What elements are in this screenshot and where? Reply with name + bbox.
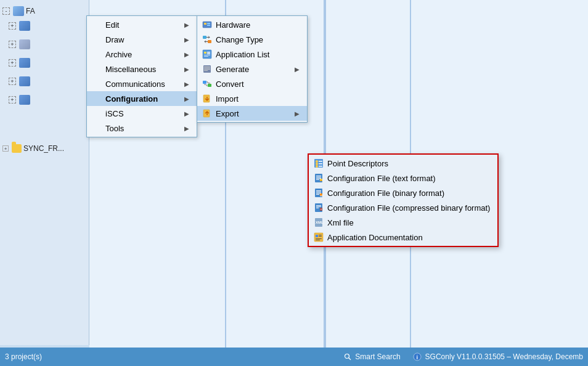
config-submenu-panel: Hardware Change Type: [197, 15, 308, 123]
tree-label-fa: FA: [26, 7, 35, 15]
export-item-config-text[interactable]: Configuration File (text format): [309, 171, 497, 185]
config-item-export-label: Export: [216, 109, 239, 118]
svg-text:XML: XML: [316, 221, 324, 224]
tree-icon-folder: [12, 144, 22, 153]
svg-point-24: [316, 163, 318, 165]
menu-item-draw-label: Draw: [105, 35, 124, 44]
export-item-config-cbf-label: Configuration File (compressed binary fo…: [327, 203, 490, 213]
svg-point-22: [316, 160, 318, 163]
version-text: SGConly V11.0.0.31505 – Wednesday, Decem…: [425, 352, 583, 361]
config-item-import-label: Import: [216, 94, 239, 104]
svg-rect-27: [319, 166, 322, 167]
export-arrow: ▶: [295, 110, 300, 117]
main-menu-panel: Edit ▶ Draw ▶ Archive ▶ Miscellaneous ▶ …: [86, 15, 197, 137]
status-bar: 3 project(s) Smart Search i SGConly V11.…: [0, 348, 588, 366]
tree-label-syncfr: SYNC_FR...: [23, 144, 64, 153]
config-item-hardware-label: Hardware: [216, 20, 250, 30]
config-item-hardware[interactable]: Hardware: [197, 17, 307, 32]
svg-rect-37: [316, 193, 321, 193]
svg-rect-17: [203, 81, 206, 84]
smart-search-status[interactable]: Smart Search: [344, 352, 400, 361]
tree-icon-fa: [13, 6, 24, 16]
search-status-icon: [344, 353, 351, 360]
svg-rect-30: [316, 177, 321, 177]
svg-point-54: [345, 354, 349, 359]
svg-rect-10: [204, 55, 210, 55]
export-item-config-text-label: Configuration File (text format): [327, 174, 436, 183]
svg-rect-43: [316, 206, 321, 207]
svg-rect-44: [316, 208, 319, 208]
tree-item-fa[interactable]: - FA: [0, 5, 89, 17]
changetype-icon: [202, 35, 212, 44]
export-item-config-cbf[interactable]: Configuration File (compressed binary fo…: [309, 200, 497, 215]
export-item-config-bin[interactable]: 10 Configuration File (binary format): [309, 185, 497, 200]
pointdesc-icon: [314, 158, 324, 168]
svg-text:i: i: [416, 354, 418, 360]
appdoc-icon: [314, 232, 324, 242]
tree-item-app4[interactable]: +: [6, 94, 89, 106]
import-icon: [202, 94, 212, 104]
svg-rect-8: [207, 52, 210, 53]
svg-rect-1: [204, 23, 206, 25]
config-item-applist[interactable]: Application List: [197, 47, 307, 62]
config-item-generate-label: Generate: [216, 65, 249, 74]
hardware-icon: [202, 20, 212, 30]
export-item-appdoc-label: Application Documentation: [327, 233, 423, 242]
iscs-arrow: ▶: [184, 110, 189, 117]
export-item-appdoc[interactable]: Application Documentation: [309, 230, 497, 245]
menu-item-iscs-label: iSCS: [105, 109, 124, 118]
tree-expander-app3[interactable]: +: [9, 78, 16, 85]
menu-item-edit[interactable]: Edit ▶: [87, 17, 197, 32]
menu-item-archive[interactable]: Archive ▶: [87, 47, 197, 62]
tree-item-app1[interactable]: +: [6, 20, 89, 32]
tree-expander-fa[interactable]: -: [2, 7, 10, 15]
svg-rect-31: [316, 178, 321, 179]
svg-rect-9: [207, 54, 210, 55]
tree-item-syncfr[interactable]: + SYNC_FR...: [0, 143, 89, 154]
menu-item-edit-label: Edit: [105, 20, 119, 30]
tree-item-app2[interactable]: +: [6, 57, 89, 69]
edit-arrow: ▶: [184, 22, 189, 28]
tree-children: + + + + +: [6, 20, 89, 106]
svg-rect-49: [316, 235, 318, 237]
config-item-generate[interactable]: Generate ▶: [197, 62, 307, 76]
config-item-changetype[interactable]: Change Type: [197, 32, 307, 47]
draw-arrow: ▶: [184, 36, 189, 43]
svg-rect-51: [319, 236, 322, 237]
svg-rect-52: [316, 238, 322, 239]
export-item-xml[interactable]: XML Xml file: [309, 215, 497, 230]
projects-count: 3 project(s): [5, 352, 42, 361]
tree-expander-syncfr[interactable]: +: [2, 145, 9, 152]
menu-item-tools[interactable]: Tools ▶: [87, 121, 197, 136]
tree-expander-db[interactable]: +: [9, 41, 16, 48]
svg-rect-0: [203, 22, 211, 28]
tree-expander-app4[interactable]: +: [9, 96, 16, 104]
config-cbf-icon: [314, 203, 324, 213]
menu-item-config[interactable]: Configuration ▶: [87, 91, 197, 106]
svg-rect-23: [319, 161, 322, 162]
menu-item-draw[interactable]: Draw ▶: [87, 32, 197, 47]
svg-rect-11: [204, 56, 208, 57]
misc-icon: [92, 64, 102, 74]
menu-item-misc[interactable]: Miscellaneous ▶: [87, 62, 197, 76]
config-item-convert[interactable]: Convert: [197, 76, 307, 91]
export-item-pointdesc[interactable]: Point Descriptors: [309, 156, 497, 171]
menu-item-iscs[interactable]: iSCS ▶: [87, 106, 197, 121]
tree-expander-app1[interactable]: +: [9, 22, 16, 30]
svg-rect-29: [316, 176, 321, 176]
config-arrow: ▶: [184, 96, 189, 102]
tree-panel: - FA + + + + +: [0, 0, 89, 345]
tree-item-db[interactable]: +: [6, 38, 89, 51]
config-item-import[interactable]: Import: [197, 91, 307, 106]
comms-icon: [92, 79, 102, 89]
menu-item-misc-label: Miscellaneous: [105, 65, 156, 74]
tree-item-app3[interactable]: +: [6, 75, 89, 87]
tree-icon-db: [19, 39, 30, 49]
config-text-icon: [314, 173, 324, 183]
iscs-icon: [92, 108, 102, 118]
svg-rect-38: [316, 194, 319, 195]
tree-expander-app2[interactable]: +: [9, 59, 16, 67]
config-item-export[interactable]: Export ▶: [197, 106, 307, 121]
svg-line-55: [349, 358, 351, 360]
menu-item-comms[interactable]: Communications ▶: [87, 76, 197, 91]
